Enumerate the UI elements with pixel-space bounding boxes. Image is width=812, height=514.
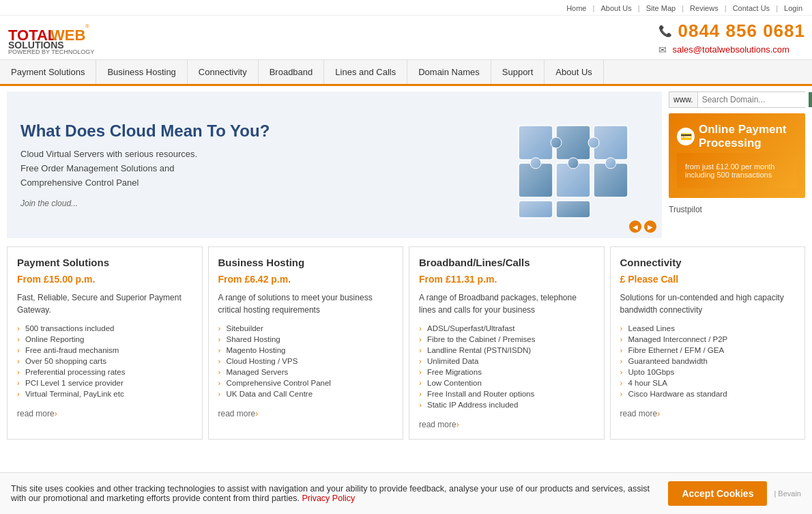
- nav-support[interactable]: Support: [491, 60, 545, 84]
- list-item: Magento Hosting: [218, 345, 394, 356]
- payment-banner-subtitle: from just £12.00 per monthincluding 500 …: [677, 153, 797, 188]
- top-link-contact[interactable]: Contact Us: [733, 4, 770, 12]
- list-item: Unlimited Data: [419, 356, 594, 367]
- svg-point-15: [605, 158, 616, 169]
- card-business-hosting: Business Hosting From £6.42 p.m. A range…: [208, 246, 404, 440]
- payment-banner-title: Online Payment Processing: [699, 123, 787, 150]
- domain-go-button[interactable]: Go: [809, 92, 812, 107]
- list-item: Shared Hosting: [218, 334, 394, 345]
- list-item: Low Contention: [419, 377, 594, 388]
- hero-join-link[interactable]: Join the cloud...: [20, 199, 491, 208]
- list-item: Guaranteed bandwidth: [620, 356, 796, 367]
- hero-nav-arrows[interactable]: ◀ ▶: [629, 220, 656, 233]
- sidebar: www. Go 💳 Online Payment Processing from…: [669, 91, 805, 238]
- card-broadband-desc: A range of Broadband packages, telephone…: [419, 291, 594, 316]
- card-hosting-desc: A range of solutions to meet your busine…: [218, 291, 394, 316]
- phone-row: 📞 0844 856 0681: [658, 20, 805, 42]
- card-payment-title: Payment Solutions: [17, 257, 192, 268]
- list-item: Fibre Ethernet / EFM / GEA: [620, 345, 796, 356]
- nav-payment-solutions[interactable]: Payment Solutions: [0, 60, 96, 84]
- card-connectivity-title: Connectivity: [620, 257, 796, 268]
- hero-prev-arrow[interactable]: ◀: [629, 220, 641, 233]
- hero-banner: What Does Cloud Mean To You? Cloud Virtu…: [7, 91, 662, 238]
- list-item: Leased Lines: [620, 323, 796, 334]
- nav-business-hosting[interactable]: Business Hosting: [96, 60, 187, 84]
- nav-connectivity[interactable]: Connectivity: [188, 60, 259, 84]
- service-cards: Payment Solutions From £15.00 p.m. Fast,…: [7, 246, 805, 440]
- hero-wrapper: What Does Cloud Mean To You? Cloud Virtu…: [7, 91, 805, 238]
- nav-domain-names[interactable]: Domain Names: [407, 60, 491, 84]
- card-payment-price: From £15.00 p.m.: [17, 274, 192, 285]
- nav-lines-calls[interactable]: Lines and Calls: [324, 60, 407, 84]
- list-item: Free Install and Router options: [419, 388, 594, 399]
- contact-area: 📞 0844 856 0681 ✉ sales@totalwebsolution…: [658, 20, 805, 55]
- list-item: Fibre to the Cabinet / Premises: [419, 334, 594, 345]
- card-hosting-readmore[interactable]: read more: [218, 409, 394, 418]
- card-connectivity-features: Leased Lines Managed Interconnect / P2P …: [620, 323, 796, 399]
- list-item: UK Data and Call Centre: [218, 388, 394, 399]
- list-item: Free anti-fraud mechanism: [17, 345, 192, 356]
- card-hosting-price: From £6.42 p.m.: [218, 274, 394, 285]
- email-row: ✉ sales@totalwebsolutions.com: [658, 44, 805, 55]
- svg-rect-12: [556, 201, 590, 218]
- top-link-home[interactable]: Home: [566, 4, 586, 12]
- svg-point-16: [551, 137, 562, 148]
- svg-point-13: [530, 158, 541, 169]
- hero-puzzle-image: [491, 105, 648, 225]
- top-link-about[interactable]: About Us: [600, 4, 631, 12]
- header: TOTAL POWERED BY TECHNOLOGY WEB ® SOLUTI…: [0, 16, 812, 59]
- email-icon: ✉: [658, 44, 667, 55]
- card-payment-readmore[interactable]: read more: [17, 409, 192, 418]
- card-hosting-features: Sitebuilder Shared Hosting Magento Hosti…: [218, 323, 394, 399]
- top-link-reviews[interactable]: Reviews: [690, 4, 719, 12]
- card-connectivity-price: £ Please Call: [620, 274, 796, 285]
- card-payment-solutions: Payment Solutions From £15.00 p.m. Fast,…: [7, 246, 203, 440]
- list-item: Cloud Hosting / VPS: [218, 356, 394, 367]
- hero-desc3: Comprehensive Control Panel: [20, 176, 491, 190]
- domain-search-bar: www. Go: [669, 91, 805, 108]
- main-nav: Payment Solutions Business Hosting Conne…: [0, 59, 812, 86]
- hero-next-arrow[interactable]: ▶: [644, 220, 656, 233]
- phone-icon: 📞: [658, 25, 672, 38]
- card-broadband-title: Broadband/Lines/Calls: [419, 257, 594, 268]
- list-item: Comprehensive Control Panel: [218, 377, 394, 388]
- list-item: 500 transactions included: [17, 323, 192, 334]
- domain-search-input[interactable]: [698, 92, 809, 107]
- card-broadband: Broadband/Lines/Calls From £11.31 p.m. A…: [409, 246, 605, 440]
- list-item: Sitebuilder: [218, 323, 394, 334]
- svg-point-14: [568, 158, 579, 169]
- svg-point-17: [588, 137, 599, 148]
- list-item: Over 50 shopping carts: [17, 356, 192, 367]
- email-link[interactable]: sales@totalwebsolutions.com: [672, 44, 789, 55]
- nav-about-us[interactable]: About Us: [545, 60, 603, 84]
- list-item: Managed Servers: [218, 367, 394, 377]
- svg-rect-11: [519, 201, 553, 218]
- list-item: Cisco Hardware as standard: [620, 388, 796, 399]
- list-item: Online Reporting: [17, 334, 192, 345]
- card-broadband-readmore[interactable]: read more: [419, 420, 594, 429]
- card-payment-desc: Fast, Reliable, Secure and Superior Paym…: [17, 291, 192, 316]
- domain-www-label: www.: [669, 92, 698, 107]
- card-payment-features: 500 transactions included Online Reporti…: [17, 323, 192, 399]
- list-item: Static IP Address included: [419, 399, 594, 410]
- top-bar: Home | About Us | Site Map | Reviews | C…: [0, 0, 812, 16]
- top-link-login[interactable]: Login: [784, 4, 802, 12]
- card-broadband-price: From £11.31 p.m.: [419, 274, 594, 285]
- card-connectivity-readmore[interactable]: read more: [620, 409, 796, 418]
- list-item: Landline Rental (PSTN/ISDN): [419, 345, 594, 356]
- hero-text: What Does Cloud Mean To You? Cloud Virtu…: [20, 122, 491, 208]
- payment-processing-banner[interactable]: 💳 Online Payment Processing from just £1…: [669, 113, 805, 198]
- logo-area: TOTAL POWERED BY TECHNOLOGY WEB ® SOLUTI…: [7, 20, 116, 55]
- nav-broadband[interactable]: Broadband: [259, 60, 325, 84]
- card-connectivity: Connectivity £ Please Call Solutions for…: [610, 246, 806, 440]
- list-item: Upto 10Gbps: [620, 367, 796, 377]
- trustpilot-label: Trustpilot: [669, 205, 805, 214]
- list-item: ADSL/Superfast/Ultrafast: [419, 323, 594, 334]
- svg-text:SOLUTIONS: SOLUTIONS: [8, 40, 64, 51]
- hero-title: What Does Cloud Mean To You?: [20, 122, 491, 141]
- list-item: PCI Level 1 service provider: [17, 377, 192, 388]
- phone-number: 0844 856 0681: [678, 20, 805, 42]
- list-item: Virtual Terminal, PayLink etc: [17, 388, 192, 399]
- top-link-sitemap[interactable]: Site Map: [646, 4, 676, 12]
- logo-svg: TOTAL POWERED BY TECHNOLOGY WEB ® SOLUTI…: [7, 20, 116, 55]
